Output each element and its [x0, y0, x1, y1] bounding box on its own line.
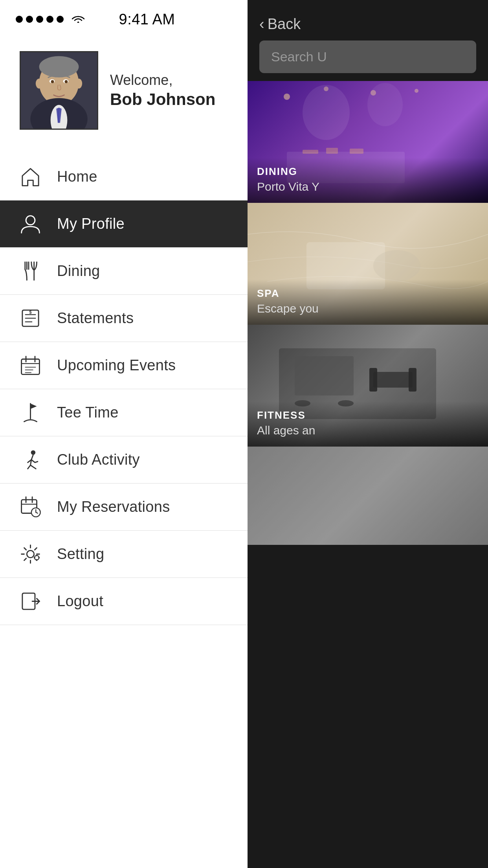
profile-header: Welcome, Bob Johnson: [0, 31, 248, 153]
svg-rect-59: [373, 372, 413, 388]
activity-icon: [20, 449, 41, 471]
wifi-icon: [71, 13, 86, 26]
svg-point-2: [39, 56, 79, 77]
sidebar-item-statements-label: Statements: [57, 310, 134, 327]
dining-icon: [20, 260, 41, 282]
golf-icon: [20, 402, 41, 423]
sidebar-item-logout[interactable]: Logout: [0, 578, 248, 625]
welcome-label: Welcome,: [110, 72, 215, 88]
svg-point-51: [371, 90, 376, 96]
sidebar-item-tee-time[interactable]: Tee Time: [0, 389, 248, 436]
last-card[interactable]: [248, 447, 488, 545]
svg-rect-23: [22, 359, 40, 374]
home-icon: [20, 166, 41, 188]
search-input[interactable]: Search U: [259, 40, 476, 73]
welcome-text: Welcome, Bob Johnson: [110, 72, 215, 109]
svg-point-7: [36, 79, 42, 88]
dining-card-overlay: DINING Porto Vita Y: [248, 158, 488, 203]
sidebar-item-setting[interactable]: Setting: [0, 531, 248, 578]
svg-rect-62: [248, 447, 488, 545]
sidebar-item-tee-time-label: Tee Time: [57, 404, 119, 421]
reservations-icon: [20, 496, 41, 518]
right-panel: ‹ Back Search U: [248, 0, 488, 868]
svg-point-12: [65, 80, 68, 83]
svg-marker-31: [31, 404, 37, 409]
sidebar-item-home[interactable]: Home: [0, 153, 248, 200]
spa-card-title: Escape you: [257, 302, 479, 315]
sidebar-item-logout-label: Logout: [57, 593, 103, 610]
svg-rect-47: [326, 148, 338, 154]
svg-point-8: [75, 79, 82, 88]
dining-card-title: Porto Vita Y: [257, 180, 479, 193]
sidebar-item-club-activity[interactable]: Club Activity: [0, 436, 248, 484]
logout-icon: [20, 590, 41, 612]
svg-rect-48: [350, 149, 363, 154]
nav-menu: Home My Profile: [0, 153, 248, 868]
svg-rect-60: [369, 368, 377, 392]
svg-point-52: [415, 89, 418, 93]
sidebar-item-home-label: Home: [57, 168, 97, 185]
svg-point-49: [284, 94, 290, 100]
fitness-card-category: FITNESS: [257, 409, 479, 421]
svg-rect-46: [303, 150, 318, 154]
sidebar-item-upcoming-events[interactable]: Upcoming Events: [0, 342, 248, 389]
svg-point-43: [303, 85, 350, 140]
left-panel: 9:41 AM: [0, 0, 248, 868]
avatar: [20, 51, 98, 130]
sidebar-item-my-profile-label: My Profile: [57, 215, 125, 232]
spa-card-overlay: SPA Escape you: [248, 280, 488, 325]
sidebar-item-club-activity-label: Club Activity: [57, 451, 140, 468]
signal-dot-3: [36, 16, 43, 23]
svg-rect-61: [409, 368, 416, 392]
sidebar-item-my-reservations[interactable]: My Reservations: [0, 484, 248, 531]
fitness-card-title: All ages an: [257, 424, 479, 437]
spa-card-category: SPA: [257, 287, 479, 300]
calendar-icon: [20, 355, 41, 376]
svg-point-32: [31, 450, 35, 454]
signal-dot-2: [26, 16, 33, 23]
svg-point-40: [27, 550, 34, 557]
dining-card[interactable]: DINING Porto Vita Y: [248, 81, 488, 203]
svg-text:$: $: [29, 310, 32, 314]
signal-indicators: [16, 13, 86, 26]
dining-card-category: DINING: [257, 166, 479, 178]
statements-icon: $: [20, 307, 41, 329]
svg-point-44: [367, 83, 403, 126]
back-label: Back: [268, 16, 301, 33]
sidebar-item-upcoming-events-label: Upcoming Events: [57, 357, 176, 374]
signal-dot-1: [16, 16, 23, 23]
person-icon: [20, 213, 41, 235]
fitness-card[interactable]: FITNESS All ages an: [248, 325, 488, 447]
status-time: 9:41 AM: [119, 11, 175, 28]
sidebar-item-dining-label: Dining: [57, 263, 100, 280]
back-button[interactable]: ‹ Back: [259, 16, 476, 33]
right-header: ‹ Back Search U: [248, 0, 488, 81]
svg-point-54: [373, 250, 420, 281]
svg-point-13: [26, 216, 35, 225]
sidebar-item-my-reservations-label: My Reservations: [57, 498, 170, 515]
signal-dot-4: [46, 16, 53, 23]
status-bar: 9:41 AM: [0, 0, 248, 31]
sidebar-item-setting-label: Setting: [57, 546, 104, 563]
signal-dot-5: [57, 16, 64, 23]
back-chevron-icon: ‹: [259, 16, 264, 33]
svg-point-11: [51, 80, 54, 83]
sidebar-item-statements[interactable]: $ Statements: [0, 295, 248, 342]
welcome-name: Bob Johnson: [110, 90, 215, 109]
right-content: DINING Porto Vita Y SPA Escape you: [248, 81, 488, 868]
fitness-card-overlay: FITNESS All ages an: [248, 401, 488, 447]
sidebar-item-dining[interactable]: Dining: [0, 248, 248, 295]
svg-point-50: [324, 86, 328, 91]
sidebar-item-my-profile[interactable]: My Profile: [0, 200, 248, 248]
settings-icon: [20, 543, 41, 565]
svg-rect-56: [295, 356, 354, 395]
spa-card[interactable]: SPA Escape you: [248, 203, 488, 325]
